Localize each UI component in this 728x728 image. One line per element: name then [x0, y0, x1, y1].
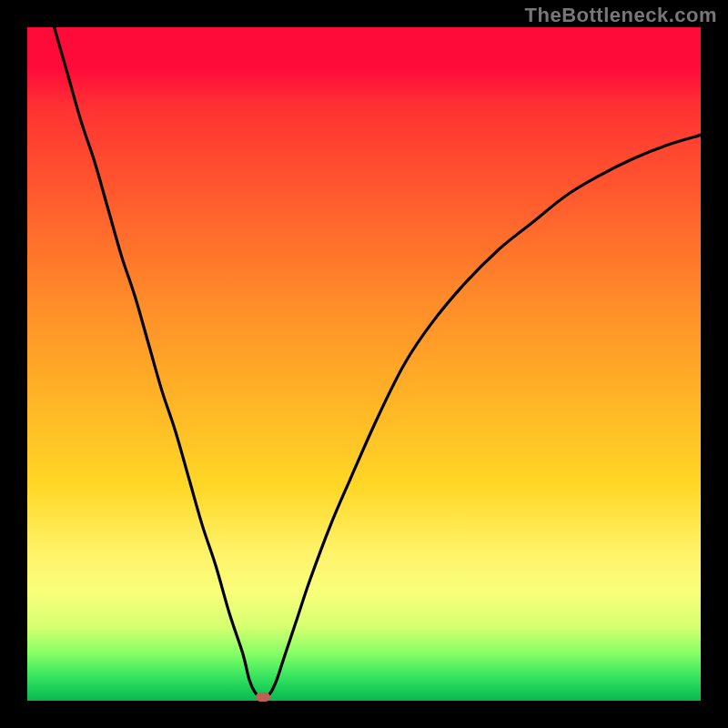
watermark-text: TheBottleneck.com — [525, 4, 717, 27]
bottleneck-curve — [27, 27, 701, 701]
chart-frame: TheBottleneck.com — [0, 0, 728, 728]
minimum-marker — [256, 693, 270, 702]
plot-area — [27, 27, 701, 701]
